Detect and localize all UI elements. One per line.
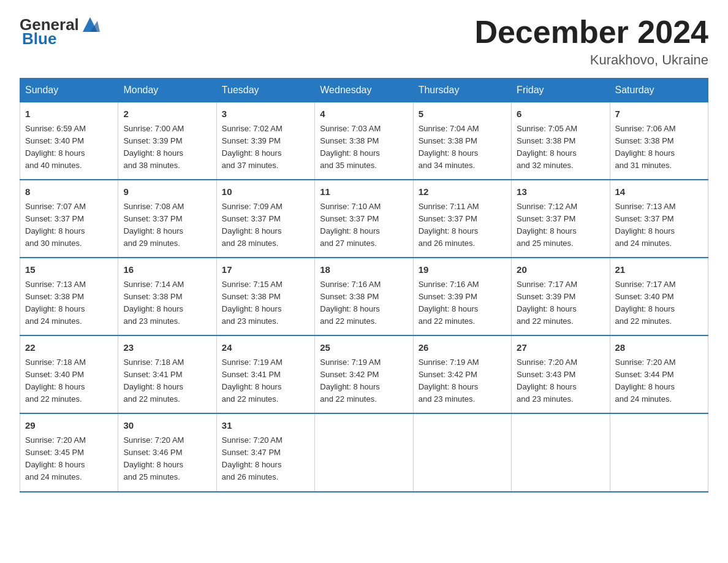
calendar-cell: 30Sunrise: 7:20 AM Sunset: 3:46 PM Dayli… [118, 413, 216, 491]
header-cell-tuesday: Tuesday [216, 79, 314, 102]
day-info: Sunrise: 7:14 AM Sunset: 3:38 PM Dayligh… [123, 278, 211, 328]
day-number: 2 [123, 107, 211, 121]
day-info: Sunrise: 7:20 AM Sunset: 3:45 PM Dayligh… [25, 434, 113, 484]
day-number: 27 [517, 341, 604, 355]
calendar-cell: 13Sunrise: 7:12 AM Sunset: 3:37 PM Dayli… [512, 180, 610, 258]
day-info: Sunrise: 7:09 AM Sunset: 3:37 PM Dayligh… [222, 201, 309, 250]
day-number: 25 [320, 341, 408, 355]
day-number: 26 [419, 341, 506, 355]
week-row-5: 29Sunrise: 7:20 AM Sunset: 3:45 PM Dayli… [20, 413, 708, 491]
calendar-cell: 27Sunrise: 7:20 AM Sunset: 3:43 PM Dayli… [512, 335, 610, 413]
calendar-cell: 2Sunrise: 7:00 AM Sunset: 3:39 PM Daylig… [118, 102, 216, 180]
day-info: Sunrise: 7:17 AM Sunset: 3:39 PM Dayligh… [517, 278, 604, 328]
day-info: Sunrise: 7:11 AM Sunset: 3:37 PM Dayligh… [419, 201, 506, 250]
day-number: 30 [123, 419, 211, 433]
day-number: 17 [222, 263, 309, 277]
calendar-cell: 22Sunrise: 7:18 AM Sunset: 3:40 PM Dayli… [20, 335, 118, 413]
day-info: Sunrise: 7:16 AM Sunset: 3:39 PM Dayligh… [419, 278, 506, 328]
day-info: Sunrise: 7:03 AM Sunset: 3:38 PM Dayligh… [320, 123, 408, 172]
day-info: Sunrise: 7:02 AM Sunset: 3:39 PM Dayligh… [222, 123, 309, 172]
calendar-cell: 26Sunrise: 7:19 AM Sunset: 3:42 PM Dayli… [413, 335, 511, 413]
calendar-cell: 20Sunrise: 7:17 AM Sunset: 3:39 PM Dayli… [512, 258, 610, 335]
calendar-cell: 10Sunrise: 7:09 AM Sunset: 3:37 PM Dayli… [216, 180, 314, 258]
day-number: 12 [419, 185, 506, 199]
day-number: 18 [320, 263, 408, 277]
calendar-cell: 25Sunrise: 7:19 AM Sunset: 3:42 PM Dayli… [315, 335, 413, 413]
calendar-cell: 28Sunrise: 7:20 AM Sunset: 3:44 PM Dayli… [610, 335, 708, 413]
calendar-cell: 5Sunrise: 7:04 AM Sunset: 3:38 PM Daylig… [413, 102, 511, 180]
day-info: Sunrise: 7:18 AM Sunset: 3:40 PM Dayligh… [25, 356, 113, 406]
calendar-cell: 17Sunrise: 7:15 AM Sunset: 3:38 PM Dayli… [216, 258, 314, 335]
week-row-1: 1Sunrise: 6:59 AM Sunset: 3:40 PM Daylig… [20, 102, 708, 180]
day-info: Sunrise: 7:08 AM Sunset: 3:37 PM Dayligh… [123, 201, 211, 250]
header-cell-thursday: Thursday [413, 79, 511, 102]
day-number: 31 [222, 419, 309, 433]
day-number: 7 [615, 107, 703, 121]
calendar-cell: 11Sunrise: 7:10 AM Sunset: 3:37 PM Dayli… [315, 180, 413, 258]
page-header: General Blue December 2024 Kurakhovo, Uk… [20, 15, 708, 68]
logo: General Blue [20, 15, 101, 48]
day-info: Sunrise: 7:00 AM Sunset: 3:39 PM Dayligh… [123, 123, 211, 172]
day-info: Sunrise: 7:06 AM Sunset: 3:38 PM Dayligh… [615, 123, 703, 172]
calendar-cell: 24Sunrise: 7:19 AM Sunset: 3:41 PM Dayli… [216, 335, 314, 413]
calendar-header: SundayMondayTuesdayWednesdayThursdayFrid… [20, 79, 708, 102]
day-number: 20 [517, 263, 604, 277]
calendar-cell: 31Sunrise: 7:20 AM Sunset: 3:47 PM Dayli… [216, 413, 314, 491]
day-info: Sunrise: 7:13 AM Sunset: 3:38 PM Dayligh… [25, 278, 113, 328]
day-number: 23 [123, 341, 211, 355]
calendar-cell: 18Sunrise: 7:16 AM Sunset: 3:38 PM Dayli… [315, 258, 413, 335]
header-cell-saturday: Saturday [610, 79, 708, 102]
day-number: 16 [123, 263, 211, 277]
day-info: Sunrise: 7:19 AM Sunset: 3:42 PM Dayligh… [320, 356, 408, 406]
calendar-cell: 23Sunrise: 7:18 AM Sunset: 3:41 PM Dayli… [118, 335, 216, 413]
calendar-cell: 3Sunrise: 7:02 AM Sunset: 3:39 PM Daylig… [216, 102, 314, 180]
day-number: 15 [25, 263, 113, 277]
day-number: 9 [123, 185, 211, 199]
calendar-cell: 6Sunrise: 7:05 AM Sunset: 3:38 PM Daylig… [512, 102, 610, 180]
calendar-cell: 15Sunrise: 7:13 AM Sunset: 3:38 PM Dayli… [20, 258, 118, 335]
day-number: 11 [320, 185, 408, 199]
day-info: Sunrise: 7:20 AM Sunset: 3:47 PM Dayligh… [222, 434, 309, 484]
calendar-cell: 29Sunrise: 7:20 AM Sunset: 3:45 PM Dayli… [20, 413, 118, 491]
day-info: Sunrise: 7:17 AM Sunset: 3:40 PM Dayligh… [615, 278, 703, 328]
day-number: 22 [25, 341, 113, 355]
header-cell-monday: Monday [118, 79, 216, 102]
day-number: 5 [419, 107, 506, 121]
day-info: Sunrise: 7:13 AM Sunset: 3:37 PM Dayligh… [615, 201, 703, 250]
day-number: 21 [615, 263, 703, 277]
calendar-table: SundayMondayTuesdayWednesdayThursdayFrid… [20, 78, 708, 492]
day-number: 13 [517, 185, 604, 199]
day-info: Sunrise: 7:10 AM Sunset: 3:37 PM Dayligh… [320, 201, 408, 250]
day-number: 28 [615, 341, 703, 355]
day-info: Sunrise: 7:18 AM Sunset: 3:41 PM Dayligh… [123, 356, 211, 406]
day-number: 6 [517, 107, 604, 121]
day-number: 3 [222, 107, 309, 121]
day-info: Sunrise: 7:20 AM Sunset: 3:44 PM Dayligh… [615, 356, 703, 406]
day-number: 8 [25, 185, 113, 199]
location-text: Kurakhovo, Ukraine [474, 52, 708, 68]
day-number: 19 [419, 263, 506, 277]
day-number: 10 [222, 185, 309, 199]
day-number: 4 [320, 107, 408, 121]
day-info: Sunrise: 6:59 AM Sunset: 3:40 PM Dayligh… [25, 123, 113, 172]
week-row-4: 22Sunrise: 7:18 AM Sunset: 3:40 PM Dayli… [20, 335, 708, 413]
day-info: Sunrise: 7:15 AM Sunset: 3:38 PM Dayligh… [222, 278, 309, 328]
month-title: December 2024 [474, 15, 708, 50]
calendar-cell: 12Sunrise: 7:11 AM Sunset: 3:37 PM Dayli… [413, 180, 511, 258]
day-number: 24 [222, 341, 309, 355]
calendar-cell [315, 413, 413, 491]
logo-icon [80, 15, 100, 34]
day-info: Sunrise: 7:20 AM Sunset: 3:43 PM Dayligh… [517, 356, 604, 406]
logo-blue-text: Blue [22, 29, 56, 48]
day-info: Sunrise: 7:12 AM Sunset: 3:37 PM Dayligh… [517, 201, 604, 250]
calendar-body: 1Sunrise: 6:59 AM Sunset: 3:40 PM Daylig… [20, 102, 708, 492]
calendar-cell: 19Sunrise: 7:16 AM Sunset: 3:39 PM Dayli… [413, 258, 511, 335]
day-info: Sunrise: 7:16 AM Sunset: 3:38 PM Dayligh… [320, 278, 408, 328]
header-cell-friday: Friday [512, 79, 610, 102]
calendar-cell: 1Sunrise: 6:59 AM Sunset: 3:40 PM Daylig… [20, 102, 118, 180]
day-info: Sunrise: 7:05 AM Sunset: 3:38 PM Dayligh… [517, 123, 604, 172]
calendar-cell: 16Sunrise: 7:14 AM Sunset: 3:38 PM Dayli… [118, 258, 216, 335]
header-row: SundayMondayTuesdayWednesdayThursdayFrid… [20, 79, 708, 102]
calendar-cell: 8Sunrise: 7:07 AM Sunset: 3:37 PM Daylig… [20, 180, 118, 258]
day-number: 29 [25, 419, 113, 433]
